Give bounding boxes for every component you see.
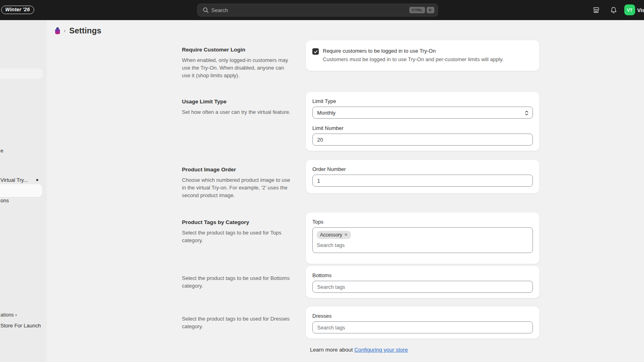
checkbox-help-text: Customers must be logged in to use Try-O… (323, 56, 504, 62)
sidebar-item-truncated-store[interactable]: e (0, 148, 3, 154)
page-title: Settings (69, 26, 101, 35)
limit-number-label: Limit Number (312, 125, 533, 131)
order-number-input[interactable] (312, 175, 533, 187)
sidebar-item-truncated-ations[interactable]: ations › (0, 312, 17, 318)
tops-tags-input[interactable]: Accessory ✕ Search tags (312, 227, 533, 253)
sidebar-item-highlight[interactable] (0, 68, 43, 79)
bottoms-tags-input[interactable] (312, 281, 533, 293)
topbar: Winter '26 Search CTRL K VT (0, 0, 644, 20)
checkbox-label[interactable]: Require customers to be logged in to use… (323, 48, 504, 54)
sidebar-item-virtual-try-on[interactable]: Virtual Try... (0, 177, 28, 183)
section-title: Usage Limit Type (182, 99, 298, 105)
section-usage-limit-type: Usage Limit Type Set how often a user ca… (182, 92, 539, 151)
bell-icon[interactable] (610, 6, 617, 14)
usage-limit-card: Limit Type Monthly Limit Number (306, 92, 539, 151)
search-icon (202, 7, 209, 13)
section-description: Select the product tags to be used for B… (182, 274, 294, 290)
tag-chip-label: Accessory (320, 232, 342, 238)
section-product-image-order: Product Image Order Choose which numbere… (182, 160, 539, 199)
tops-tags-placeholder: Search tags (317, 242, 528, 248)
section-description: Select the product tags to be used for T… (182, 229, 294, 244)
require-login-card: Require customers to be logged in to use… (306, 40, 539, 71)
sidebar-item-store-for-launch[interactable]: Store For Launch (0, 323, 41, 329)
tops-label: Tops (312, 219, 533, 225)
section-require-customer-login: Require Customer Login When enabled, onl… (182, 40, 539, 79)
section-description: Select the product tags to be used for D… (182, 315, 294, 330)
require-login-checkbox[interactable] (312, 48, 319, 55)
ctrl-key-badge: CTRL (409, 7, 425, 13)
limit-type-value: Monthly (317, 110, 336, 116)
section-title: Product Image Order (182, 167, 298, 173)
section-product-tags-bottoms: Select the product tags to be used for B… (182, 266, 539, 298)
release-badge: Winter '26 (1, 6, 34, 14)
section-product-tags-dresses: Select the product tags to be used for D… (182, 306, 539, 339)
configuring-store-link[interactable]: Configuring your store (354, 347, 408, 353)
remove-tag-icon[interactable]: ✕ (344, 233, 347, 237)
limit-type-label: Limit Type (312, 98, 533, 104)
main-content: › Settings Require Customer Login When e… (47, 20, 644, 362)
section-title: Require Customer Login (182, 47, 298, 53)
learn-more-note: Learn more about Configuring your store (310, 347, 408, 353)
dresses-label: Dresses (312, 313, 533, 319)
order-number-label: Order Number (312, 166, 533, 172)
sidebar-selected-item[interactable] (0, 184, 42, 197)
chevron-right-icon: › (64, 27, 66, 34)
storefront-icon[interactable] (592, 6, 600, 14)
store-name: Vis (637, 7, 644, 13)
sidebar-item-truncated-ons[interactable]: ons (0, 197, 9, 204)
avatar[interactable]: VT (624, 4, 635, 15)
section-product-tags-tops: Product Tags by Category Select the prod… (182, 212, 539, 264)
section-description: Choose which numbered product image to u… (182, 176, 294, 199)
limit-number-input[interactable] (312, 134, 533, 146)
limit-type-select[interactable]: Monthly (312, 107, 533, 119)
breadcrumb: › Settings (55, 26, 101, 35)
dresses-tags-card: Dresses (306, 306, 539, 339)
image-order-card: Order Number (306, 160, 539, 193)
dresses-tags-input[interactable] (312, 321, 533, 333)
checkbox-check-icon (314, 49, 318, 54)
tag-chip-accessory: Accessory ✕ (317, 231, 351, 239)
search-input[interactable]: Search CTRL K (197, 4, 438, 16)
shopify-admin-settings-screen: Winter '26 Search CTRL K VT (0, 0, 644, 362)
app-icon[interactable] (55, 27, 60, 34)
section-description: Set how often a user can try the virtual… (182, 108, 294, 116)
select-updown-icon (524, 110, 529, 117)
bottoms-tags-card: Bottoms (306, 266, 539, 298)
section-title: Product Tags by Category (182, 219, 298, 225)
bottoms-label: Bottoms (312, 272, 533, 278)
search-shortcut: CTRL K (409, 7, 434, 13)
search-placeholder: Search (211, 7, 228, 13)
learn-more-prefix: Learn more about (310, 347, 354, 353)
section-description: When enabled, only logged-in customers m… (182, 56, 294, 79)
tops-tags-card: Tops Accessory ✕ Search tags (306, 212, 539, 264)
k-key-badge: K (427, 7, 434, 13)
app-update-dot-indicator (36, 179, 38, 181)
sidebar-nav: e Virtual Try... ons ations › Store For … (0, 20, 47, 362)
